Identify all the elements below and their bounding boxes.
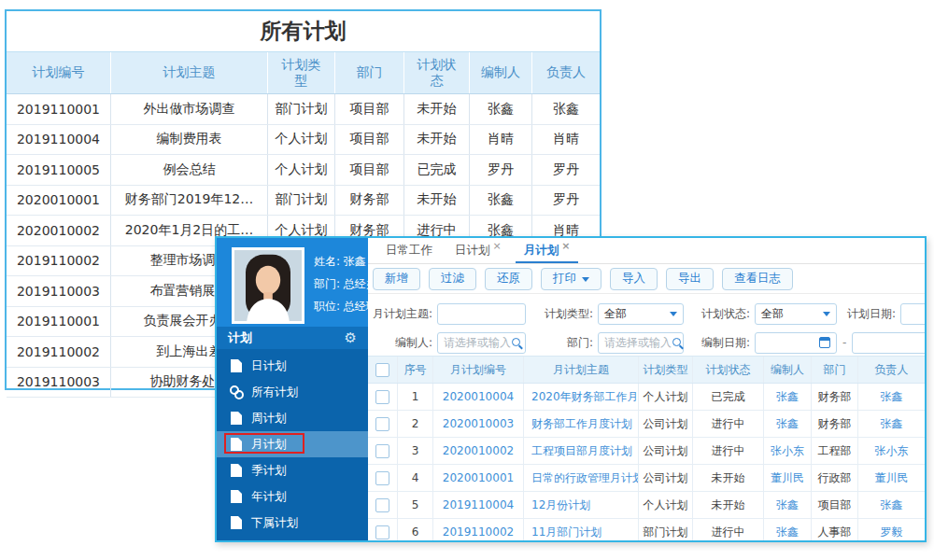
table-row: 6 2019110002 11月部门计划 部门计划 进行中 张鑫 人事部 罗毅	[368, 519, 925, 540]
creator-link[interactable]: 张小东	[764, 438, 812, 464]
tab-label: 日计划	[455, 243, 490, 257]
sidebar-menu-item[interactable]: 年计划	[217, 483, 368, 510]
plan-id-link[interactable]: 2020010002	[433, 438, 524, 464]
toolbar-button[interactable]: 打印	[541, 268, 601, 290]
chevron-down-icon	[670, 312, 677, 320]
plan-id-link[interactable]: 2019110002	[433, 519, 524, 540]
toolbar-button[interactable]: 过滤	[429, 268, 476, 290]
tab[interactable]: 日常工作×	[377, 238, 441, 263]
bg-table-header: 计划编号计划主题计划类型部门计划状态编制人负责人	[7, 52, 600, 94]
create-date-end-input[interactable]	[852, 332, 925, 354]
sidebar-menu-item[interactable]: 月计划	[217, 431, 368, 457]
row-checkbox[interactable]	[375, 390, 389, 404]
toolbar-button[interactable]: 导出	[666, 268, 714, 290]
tab[interactable]: 日计划×	[446, 238, 510, 263]
plan-id-link[interactable]: 2020010004	[433, 384, 524, 410]
row-checkbox[interactable]	[375, 444, 389, 458]
creator-link[interactable]: 张鑫	[764, 384, 812, 410]
close-icon[interactable]: ×	[561, 240, 570, 252]
type-filter-select[interactable]: 全部	[598, 303, 684, 325]
section-label: 计划	[228, 329, 252, 346]
row-checkbox[interactable]	[375, 417, 389, 431]
creator-link[interactable]: 张鑫	[764, 492, 812, 518]
subject-filter-input[interactable]	[437, 303, 526, 325]
owner-link[interactable]: 张鑫	[858, 492, 925, 518]
table-row: 4 2020010001 日常的行政管理月计划 公司计划 未开始 董川民 行政部…	[368, 465, 925, 492]
search-icon[interactable]	[672, 337, 684, 349]
toolbar-button-label: 过滤	[441, 271, 464, 287]
bg-column-header: 计划类型	[268, 52, 335, 93]
status-filter-select[interactable]: 全部	[755, 303, 837, 325]
cell-plan-subject: 财务部门2019年12…	[111, 186, 268, 216]
plan-id-link[interactable]: 2019110004	[433, 492, 524, 518]
cell-department: 财务部	[335, 186, 404, 216]
sidebar-section-plan[interactable]: 计划 ⚙	[217, 327, 368, 349]
owner-link[interactable]: 张鑫	[858, 411, 925, 437]
gear-icon[interactable]: ⚙	[345, 329, 357, 346]
toolbar-button[interactable]: 查看日志	[722, 268, 793, 290]
select-all-checkbox[interactable]	[375, 363, 389, 377]
filter-panel: 月计划主题: 计划类型: 全部 计划状态: 全部 计划日期: 编制人: 请选择	[368, 294, 925, 356]
create-date-start-input[interactable]	[755, 332, 837, 354]
plan-subject-link[interactable]: 2020年财务部工作月…	[524, 384, 639, 410]
cell-plan-id: 2019110005	[7, 155, 111, 185]
row-checkbox[interactable]	[375, 525, 389, 539]
sidebar-menu: 日计划 所有计划 周计划 月计划 季计划 年计划	[217, 349, 368, 540]
creator-filter-input[interactable]: 请选择或输入	[437, 332, 526, 354]
owner-link[interactable]: 张小东	[858, 438, 925, 464]
plan-subject-link[interactable]: 11月部门计划	[524, 519, 639, 540]
subject-filter-label: 月计划主题:	[368, 306, 437, 322]
plan-subject-link[interactable]: 12月份计划	[524, 492, 639, 518]
toolbar-button[interactable]: 导入	[610, 268, 658, 290]
toolbar-button[interactable]: 还原	[485, 268, 532, 290]
cell-plan-status: 已完成	[693, 384, 764, 410]
plan-subject-link[interactable]: 财务部工作月度计划	[524, 411, 639, 437]
plan-subject-link[interactable]: 工程项目部月度计划	[524, 438, 639, 464]
sidebar-menu-item[interactable]: 所有计划	[217, 379, 368, 405]
cell-plan-status: 进行中	[693, 438, 764, 464]
doc-icon	[231, 438, 242, 451]
owner-link[interactable]: 张鑫	[858, 384, 925, 410]
creator-link[interactable]: 张鑫	[764, 411, 812, 437]
dept-filter-input[interactable]: 请选择或输入	[598, 332, 684, 354]
owner-link[interactable]: 董川民	[858, 465, 925, 491]
sidebar-menu-item[interactable]: 日计划	[217, 353, 368, 379]
window-title: 所有计划	[7, 11, 600, 52]
sidebar-menu-item[interactable]: 下属计划	[217, 510, 368, 536]
row-checkbox[interactable]	[375, 498, 389, 512]
cell-department: 项目部	[335, 155, 404, 185]
plan-table-header: 序号 月计划编号 月计划主题 计划类型 计划状态 编制人 部门 负责人	[368, 357, 925, 384]
cell-plan-subject: 编制费用表	[111, 125, 268, 155]
creator-link[interactable]: 董川民	[764, 465, 812, 491]
sidebar-menu-item[interactable]: 周计划	[217, 405, 368, 431]
tab-label: 日常工作	[386, 243, 432, 257]
row-checkbox[interactable]	[375, 471, 389, 485]
cell-owner: 张鑫	[532, 94, 600, 124]
tab[interactable]: 月计划×	[516, 238, 579, 263]
cell-plan-status: 未开始	[693, 465, 764, 491]
plan-id-link[interactable]: 2020010003	[433, 411, 524, 437]
creator-link[interactable]: 张鑫	[764, 519, 812, 540]
cell-plan-id: 2019110002	[7, 337, 111, 367]
owner-link[interactable]: 罗毅	[858, 519, 925, 540]
close-icon[interactable]: ×	[493, 240, 502, 252]
plan-date-input[interactable]	[900, 303, 925, 325]
cell-row-number: 5	[398, 492, 433, 518]
toolbar-button[interactable]: 新增	[373, 268, 420, 290]
column-header-id: 月计划编号	[433, 357, 524, 383]
cell-department: 工程部	[812, 438, 858, 464]
cell-plan-subject: 外出做市场调查	[111, 94, 268, 124]
calendar-icon[interactable]	[819, 337, 830, 348]
cell-creator: 肖晴	[470, 125, 532, 155]
search-icon[interactable]	[511, 337, 523, 349]
dept-placeholder: 请选择或输入	[604, 335, 672, 351]
plan-id-link[interactable]: 2020010001	[433, 465, 524, 491]
sidebar-menu-item[interactable]: 季计划	[217, 457, 368, 483]
plan-subject-link[interactable]: 日常的行政管理月计划	[524, 465, 639, 491]
table-row: 2019110001 外出做市场调查 部门计划 项目部 未开始 张鑫 张鑫	[7, 94, 600, 125]
cell-plan-status: 未开始	[404, 186, 470, 216]
cell-plan-status: 已完成	[404, 155, 470, 185]
cell-plan-id: 2019110004	[7, 125, 111, 155]
cell-plan-id: 2019110002	[7, 246, 111, 276]
bg-column-header: 计划编号	[7, 52, 111, 93]
